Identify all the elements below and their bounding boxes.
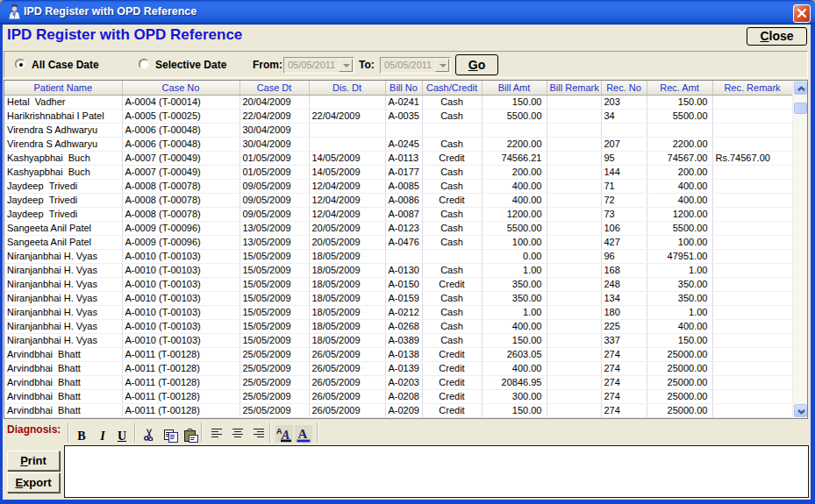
- svg-text:A: A: [298, 427, 308, 441]
- svg-text:A: A: [281, 429, 290, 442]
